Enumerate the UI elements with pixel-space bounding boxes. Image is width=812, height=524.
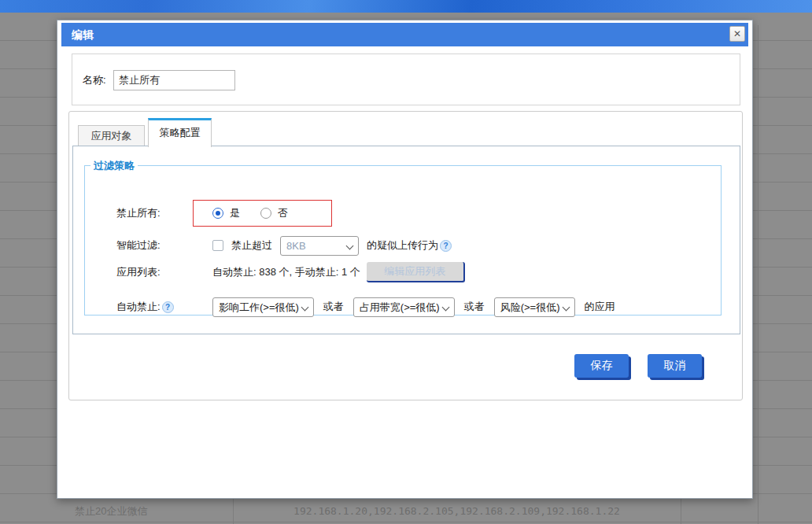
smart-filter-row: 智能过滤: 禁止超过 8KB 的疑似上传行为 ? <box>116 234 713 257</box>
dialog-title: 编辑 <box>61 23 748 46</box>
filter-policy-fieldset: 过滤策略 禁止所有: 是 否 智能过滤: <box>84 165 722 316</box>
smart-filter-label: 智能过滤: <box>116 238 212 253</box>
bandwidth-select[interactable]: 占用带宽(>=很低) <box>353 297 455 317</box>
dialog-titlebar: 编辑 <box>61 23 748 46</box>
table-cell-ip-list: 192.168.1.20,192.168.2.105,192.168.2.109… <box>233 498 681 524</box>
name-section: 名称: <box>72 54 740 105</box>
edit-dialog: 编辑 ✕ 名称: 应用对象 策略配置 过滤策略 禁止所有: 是 <box>57 20 753 499</box>
radio-yes-label: 是 <box>230 206 240 220</box>
page: 禁止20企业微信 192.168.1.20,192.168.2.105,192.… <box>0 0 812 524</box>
table-column-divider <box>758 25 758 524</box>
cancel-button[interactable]: 取消 <box>648 354 702 378</box>
risk-select[interactable]: 风险(>=很低) <box>494 297 575 317</box>
smart-filter-checkbox[interactable] <box>212 240 223 251</box>
help-icon[interactable]: ? <box>162 301 174 313</box>
auto-forbid-label: 自动禁止: ? <box>116 300 212 314</box>
radio-yes[interactable] <box>212 208 223 219</box>
app-list-label: 应用列表: <box>116 265 212 279</box>
table-cell-policy-name: 禁止20企业微信 <box>75 498 147 524</box>
name-input[interactable] <box>113 70 235 90</box>
or-text: 或者 <box>323 300 344 314</box>
impact-work-select[interactable]: 影响工作(>=很低) <box>212 297 314 317</box>
forbid-all-radio-group-highlight: 是 否 <box>193 200 332 227</box>
policy-config-panel: 过滤策略 禁止所有: 是 否 智能过滤: <box>72 146 740 334</box>
or-text: 或者 <box>464 300 485 314</box>
save-button[interactable]: 保存 <box>574 354 629 378</box>
auto-forbid-row: 自动禁止: ? 影响工作(>=很低) 或者 占用带宽(>=很低) 或者 风险(>… <box>116 295 713 319</box>
filter-policy-legend: 过滤策略 <box>90 159 138 173</box>
tabs-section: 应用对象 策略配置 过滤策略 禁止所有: 是 否 <box>68 111 743 400</box>
help-icon[interactable]: ? <box>440 240 452 252</box>
app-list-summary: 自动禁止: 838 个, 手动禁止: 1 个 <box>212 265 360 279</box>
auto-forbid-label-text: 自动禁止: <box>116 300 161 314</box>
radio-no-label: 否 <box>278 206 288 220</box>
smart-filter-suffix: 的疑似上传行为 <box>367 238 438 253</box>
name-label: 名称: <box>83 54 106 106</box>
size-threshold-select[interactable]: 8KB <box>280 236 359 256</box>
close-icon[interactable]: ✕ <box>729 26 745 42</box>
auto-forbid-suffix: 的应用 <box>585 300 615 314</box>
forbid-all-row: 禁止所有: 是 否 <box>116 200 713 227</box>
edit-app-list-button: 编辑应用列表 <box>367 262 465 282</box>
tab-application-object[interactable]: 应用对象 <box>78 125 145 146</box>
forbid-all-label: 禁止所有: <box>116 206 193 220</box>
radio-no[interactable] <box>260 208 271 219</box>
smart-filter-checkbox-label: 禁止超过 <box>231 238 272 253</box>
tab-policy-config[interactable]: 策略配置 <box>148 118 212 147</box>
site-top-banner <box>0 0 812 13</box>
app-list-row: 应用列表: 自动禁止: 838 个, 手动禁止: 1 个 编辑应用列表 <box>116 260 713 284</box>
